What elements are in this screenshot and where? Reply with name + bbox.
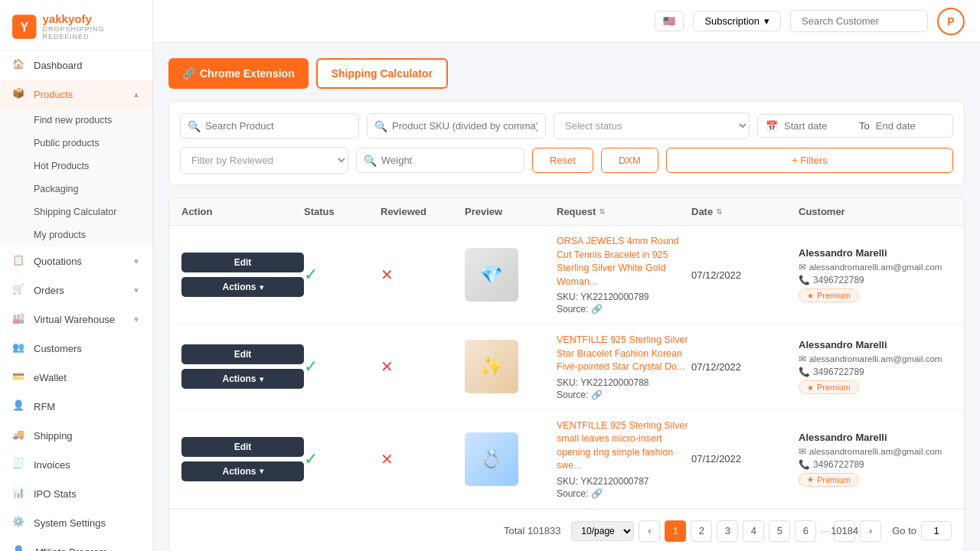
reset-button[interactable]: Reset bbox=[532, 148, 593, 173]
goto-input[interactable] bbox=[921, 521, 952, 540]
customer-email: ✉ alessandromarelli.am@gmail.com bbox=[799, 446, 952, 457]
sidebar-item-shipping-calculator[interactable]: Shipping Calculator bbox=[0, 201, 152, 223]
per-page-select[interactable]: 10/page bbox=[571, 521, 634, 541]
sidebar-item-public-products[interactable]: Public products bbox=[0, 132, 152, 155]
preview-cell: ✨ bbox=[465, 340, 557, 393]
prev-page-button[interactable]: ‹ bbox=[639, 520, 660, 542]
search-customer-input[interactable] bbox=[790, 10, 928, 32]
sidebar-item-label: Orders bbox=[34, 285, 64, 296]
sidebar-item-customers[interactable]: 👥 Customers bbox=[0, 334, 152, 363]
status-x-icon: ✕ bbox=[381, 451, 394, 468]
sidebar-item-label: RFM bbox=[34, 401, 55, 412]
subscription-button[interactable]: Subscription ▾ bbox=[693, 11, 781, 31]
search-product-input[interactable] bbox=[180, 113, 359, 139]
products-table: Action Status Reviewed Preview Request ⇅… bbox=[168, 197, 965, 551]
sidebar-item-orders[interactable]: 🛒 Orders ▼ bbox=[0, 276, 152, 305]
sidebar-item-packaging[interactable]: Packaging bbox=[0, 178, 152, 201]
start-date-input[interactable] bbox=[784, 120, 853, 132]
actions-button[interactable]: Actions ▾ bbox=[181, 461, 304, 481]
page-button-3[interactable]: 3 bbox=[717, 520, 738, 542]
page-button-6[interactable]: 6 bbox=[795, 520, 816, 542]
page-dots: ··· bbox=[821, 525, 829, 536]
sidebar-item-ewallet[interactable]: 💳 eWallet bbox=[0, 363, 152, 392]
customer-phone: 📞 3496722789 bbox=[799, 367, 952, 377]
th-preview: Preview bbox=[465, 206, 557, 217]
source-link-icon[interactable]: 🔗 bbox=[591, 304, 603, 315]
end-date-input[interactable] bbox=[876, 120, 945, 132]
product-source: Source: 🔗 bbox=[557, 304, 691, 315]
sidebar-item-products[interactable]: 📦 Products ▲ bbox=[0, 80, 152, 109]
th-request[interactable]: Request ⇅ bbox=[557, 206, 691, 217]
actions-button[interactable]: Actions ▾ bbox=[181, 369, 304, 389]
request-cell: VENTFILLE 925 Sterling Silver Star Brace… bbox=[557, 334, 691, 400]
page-button-5[interactable]: 5 bbox=[769, 520, 790, 542]
shipping-calculator-button[interactable]: Shipping Calculator bbox=[316, 58, 448, 89]
link-icon: 🔗 bbox=[182, 67, 195, 80]
product-source: Source: 🔗 bbox=[557, 488, 691, 499]
dxm-button[interactable]: DXM bbox=[601, 148, 658, 173]
sidebar-item-hot-products[interactable]: Hot Products bbox=[0, 155, 152, 178]
sidebar-item-ipo-stats[interactable]: 📊 IPO Stats bbox=[0, 479, 152, 508]
email-icon: ✉ bbox=[799, 262, 806, 272]
submenu-label: My products bbox=[34, 230, 86, 240]
sidebar-item-system-settings[interactable]: ⚙️ System Settings bbox=[0, 508, 152, 537]
sidebar-item-label: Quotations bbox=[34, 256, 82, 267]
page-button-2[interactable]: 2 bbox=[691, 520, 712, 542]
topbar: 🇺🇸 Subscription ▾ P bbox=[153, 0, 980, 43]
customer-cell: Alessandro Marelli ✉ alessandromarelli.a… bbox=[799, 432, 952, 487]
table-header: Action Status Reviewed Preview Request ⇅… bbox=[169, 198, 964, 226]
status-check-icon: ✓ bbox=[304, 265, 318, 284]
table-row: Edit Actions ▾ ✓ ✕ 💎 bbox=[169, 226, 964, 324]
customer-phone: 📞 3496722789 bbox=[799, 459, 952, 470]
search-sku-input[interactable] bbox=[367, 113, 546, 139]
ewallet-icon: 💳 bbox=[12, 370, 26, 384]
product-name-link[interactable]: ORSA JEWELS 4mm Round Cut Tennis Bracele… bbox=[557, 235, 691, 289]
main-area: 🇺🇸 Subscription ▾ P 🔗 Chrome Extension S… bbox=[153, 0, 980, 551]
th-action: Action bbox=[181, 206, 304, 217]
last-page-button[interactable]: 10184 bbox=[834, 520, 855, 542]
search-sku-wrap: 🔍 bbox=[367, 113, 546, 139]
table-row: Edit Actions ▾ ✓ ✕ 💍 bbox=[169, 410, 964, 509]
sidebar-item-invoices[interactable]: 🧾 Invoices bbox=[0, 450, 152, 479]
source-link-icon[interactable]: 🔗 bbox=[591, 488, 603, 499]
language-selector[interactable]: 🇺🇸 bbox=[655, 11, 684, 31]
reviewed-filter[interactable]: Filter by Reviewed bbox=[180, 147, 348, 174]
action-cell: Edit Actions ▾ bbox=[181, 344, 304, 389]
more-filters-button[interactable]: + Filters bbox=[666, 148, 953, 173]
phone-icon: 📞 bbox=[799, 275, 810, 285]
sidebar-item-label: Customers bbox=[34, 343, 82, 354]
product-name-link[interactable]: VENTFILLE 925 Sterling Silver Star Brace… bbox=[557, 334, 691, 374]
chrome-extension-button[interactable]: 🔗 Chrome Extension bbox=[168, 58, 309, 89]
sort-icon: ⇅ bbox=[716, 207, 722, 216]
reviewed-cell: ✕ bbox=[381, 450, 465, 468]
product-name-link[interactable]: VENTFILLE 925 Sterling Silver small leav… bbox=[557, 419, 691, 473]
weight-input[interactable] bbox=[356, 148, 524, 173]
sidebar-item-find-new-products[interactable]: Find new products bbox=[0, 109, 152, 132]
email-icon: ✉ bbox=[799, 354, 806, 364]
sidebar-item-dashboard[interactable]: 🏠 Dashboard bbox=[0, 51, 152, 80]
customer-email: ✉ alessandromarelli.am@gmail.com bbox=[799, 354, 952, 364]
edit-button[interactable]: Edit bbox=[181, 344, 304, 364]
customers-icon: 👥 bbox=[12, 341, 26, 355]
preview-cell: 💎 bbox=[465, 248, 557, 302]
sidebar-item-virtual-warehouse[interactable]: 🏭 Virtual Warehouse ▼ bbox=[0, 305, 152, 334]
sidebar-item-rfm[interactable]: 👤 RFM bbox=[0, 392, 152, 421]
sidebar-item-my-products[interactable]: My products bbox=[0, 223, 152, 246]
next-page-button[interactable]: › bbox=[860, 520, 881, 542]
status-select[interactable]: Select status bbox=[554, 112, 750, 139]
edit-button[interactable]: Edit bbox=[181, 253, 304, 272]
source-link-icon[interactable]: 🔗 bbox=[591, 390, 603, 400]
th-date[interactable]: Date ⇅ bbox=[691, 206, 799, 217]
page-button-4[interactable]: 4 bbox=[743, 520, 764, 542]
user-avatar[interactable]: P bbox=[937, 8, 965, 35]
product-sku: SKU: YK22120000789 bbox=[557, 292, 691, 302]
edit-button[interactable]: Edit bbox=[181, 437, 304, 457]
sidebar-item-quotations[interactable]: 📋 Quotations ▼ bbox=[0, 246, 152, 276]
sidebar-item-label: Products bbox=[34, 89, 73, 100]
page-button-1[interactable]: 1 bbox=[665, 520, 686, 542]
customer-cell: Alessandro Marelli ✉ alessandromarelli.a… bbox=[799, 247, 952, 302]
reviewed-cell: ✕ bbox=[381, 357, 465, 376]
sidebar-item-affiliate-program[interactable]: 👤 Affiliate Program bbox=[0, 537, 152, 551]
sidebar-item-shipping[interactable]: 🚚 Shipping bbox=[0, 421, 152, 450]
actions-button[interactable]: Actions ▾ bbox=[181, 277, 304, 297]
